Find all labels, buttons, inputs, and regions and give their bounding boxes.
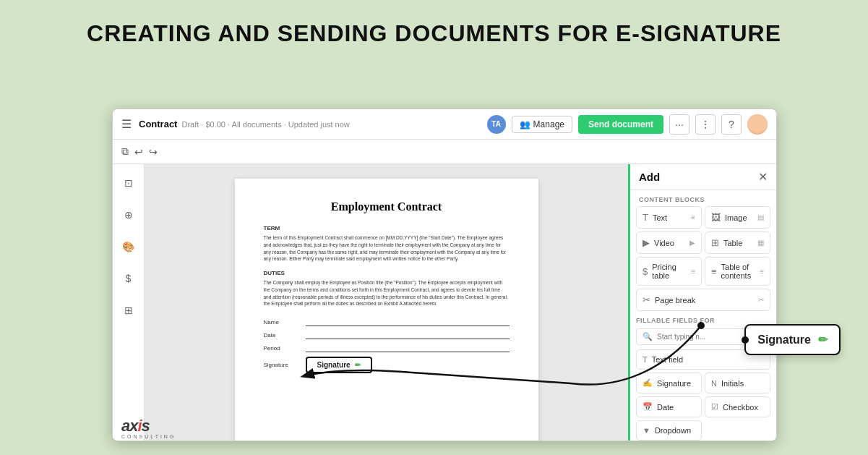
send-document-button[interactable]: Send document	[578, 115, 663, 134]
fillable-dropdown[interactable]: ▼ Dropdown	[636, 420, 702, 441]
fillable-initials-label: Initials	[721, 379, 744, 388]
axis-logo-a: ax	[121, 417, 137, 435]
block-table-label: Table	[723, 239, 742, 247]
top-bar-right: TA 👥 Manage Send document ··· ⋮ ?	[487, 114, 768, 135]
doc-title: Contract	[139, 119, 177, 129]
fillable-signature-label: Signature	[657, 379, 691, 388]
block-pricing-label: Pricing table	[652, 263, 687, 280]
field-period-label: Period	[264, 345, 300, 352]
signature-tooltip: Signature ✏	[744, 324, 841, 355]
signature-icon: ✍	[643, 378, 653, 388]
axis-logo-s: s	[142, 417, 150, 435]
page-title: CREATING AND SENDING DOCUMENTS FOR E-SIG…	[0, 0, 868, 60]
scissors-icon: ✂	[758, 296, 764, 304]
signature-box[interactable]: Signature ✏	[306, 357, 372, 373]
doc-fields: Name Date Period Signature Signa	[264, 318, 510, 373]
video-play-icon: ▶	[689, 239, 695, 247]
dropdown-icon: ▼	[643, 426, 650, 435]
doc-meta: Draft · $0.00 · All documents · Updated …	[181, 120, 349, 129]
block-video[interactable]: ▶ Video ▶	[636, 231, 702, 254]
block-text-label: Text	[653, 213, 667, 222]
copy-icon[interactable]: ⧉	[121, 145, 129, 158]
table-grid-icon: ▦	[757, 239, 764, 247]
undo-icon[interactable]: ↩	[134, 146, 143, 158]
fillable-label: FILLABLE FIELDS FOR	[636, 317, 770, 324]
field-date-label: Date	[264, 332, 300, 339]
text-format-icon: ≡	[691, 213, 695, 221]
block-toc-label: Table of contents	[721, 263, 756, 280]
redo-icon[interactable]: ↪	[149, 146, 158, 158]
section-term-label: TERM	[264, 225, 510, 231]
content-area: ⊡ ⊕ 🎨 $ ⊞ Employment Contract TERM The t…	[113, 164, 776, 441]
block-page-break[interactable]: ✂ Page break ✂	[636, 289, 770, 311]
axis-logo-sub: CONSULTING	[121, 434, 176, 439]
block-video-label: Video	[654, 239, 674, 247]
sidebar-icon-4[interactable]: $	[119, 268, 139, 289]
field-date-line	[306, 331, 510, 339]
manage-button[interactable]: 👥 Manage	[512, 116, 572, 133]
block-text[interactable]: T Text ≡	[636, 206, 702, 229]
fillable-date-label: Date	[657, 403, 674, 412]
overflow-button[interactable]: ⋮	[695, 114, 716, 135]
avatar-ta: TA	[487, 115, 506, 134]
signature-text: Signature	[317, 361, 351, 369]
tooltip-signature-text: Signature	[757, 333, 811, 346]
more-options-button[interactable]: ···	[669, 114, 689, 135]
right-panel: Add ✕ CONTENT BLOCKS T Text ≡ 🖼 Image ▤ …	[628, 164, 776, 441]
block-pricing-table[interactable]: $ Pricing table ≡	[636, 257, 702, 286]
manage-icon: 👥	[520, 119, 530, 129]
field-name-row: Name	[264, 318, 510, 326]
checkbox-icon: ☑	[711, 402, 718, 412]
block-page-break-label: Page break	[655, 296, 695, 305]
date-icon: 📅	[643, 402, 653, 412]
sidebar-icon-3[interactable]: 🎨	[119, 237, 139, 257]
section-duties-text: The Company shall employ the Employee as…	[264, 279, 510, 307]
fillable-checkbox[interactable]: ☑ Checkbox	[705, 396, 770, 417]
content-blocks-grid: T Text ≡ 🖼 Image ▤ ▶ Video ▶ ⊞ Table	[630, 206, 776, 286]
sidebar-icon-5[interactable]: ⊞	[119, 300, 139, 320]
sidebar-icon-1[interactable]: ⊡	[119, 173, 139, 193]
text-field-icon: T	[643, 355, 648, 364]
section-term-text: The term of this Employment Contract sha…	[264, 234, 510, 263]
fillable-signature[interactable]: ✍ Signature	[636, 373, 702, 394]
fillable-dropdown-label: Dropdown	[655, 426, 691, 435]
fillable-grid: ✍ Signature N Initials 📅 Date ☑ Checkbox	[636, 373, 770, 441]
image-icon: 🖼	[711, 212, 721, 223]
field-name-label: Name	[264, 319, 300, 326]
app-window: ☰ Contract Draft · $0.00 · All documents…	[112, 109, 777, 441]
doc-area: Employment Contract TERM The term of thi…	[145, 164, 628, 441]
block-toc[interactable]: ≡ Table of contents ≡	[705, 257, 770, 286]
search-icon: 🔍	[643, 332, 653, 341]
fillable-initials[interactable]: N Initials	[705, 373, 770, 394]
fillable-date[interactable]: 📅 Date	[636, 396, 702, 417]
toc-icon: ≡	[711, 266, 717, 277]
field-period-row: Period	[264, 344, 510, 352]
left-sidebar: ⊡ ⊕ 🎨 $ ⊞	[113, 164, 145, 441]
panel-close-button[interactable]: ✕	[758, 170, 768, 184]
field-date-row: Date	[264, 331, 510, 339]
initials-icon: N	[711, 379, 717, 388]
text-field-label: Text field	[652, 355, 683, 364]
panel-title: Add	[639, 171, 660, 183]
toolbar: ⧉ ↩ ↪	[113, 140, 776, 164]
top-bar: ☰ Contract Draft · $0.00 · All documents…	[113, 109, 776, 140]
block-table[interactable]: ⊞ Table ▦	[705, 231, 770, 254]
hamburger-icon[interactable]: ☰	[121, 117, 132, 131]
block-image-label: Image	[725, 213, 747, 222]
image-thumb-icon: ▤	[757, 213, 764, 221]
pricing-eq-icon: ≡	[691, 268, 695, 276]
field-name-line	[306, 318, 510, 326]
axis-logo-wordmark: axis	[121, 418, 176, 434]
user-avatar	[747, 114, 768, 135]
pricing-icon: $	[643, 266, 648, 277]
doc-heading: Employment Contract	[264, 200, 510, 213]
doc-page: Employment Contract TERM The term of thi…	[235, 179, 538, 441]
fillable-checkbox-label: Checkbox	[723, 403, 758, 412]
help-button[interactable]: ?	[721, 114, 742, 135]
sidebar-icon-2[interactable]: ⊕	[119, 205, 139, 225]
block-image[interactable]: 🖼 Image ▤	[705, 206, 770, 229]
section-duties-label: DUTIES	[264, 270, 510, 276]
field-period-line	[306, 344, 510, 352]
sig-label: Signature	[264, 362, 300, 368]
signature-block: Signature Signature ✏	[264, 357, 510, 373]
